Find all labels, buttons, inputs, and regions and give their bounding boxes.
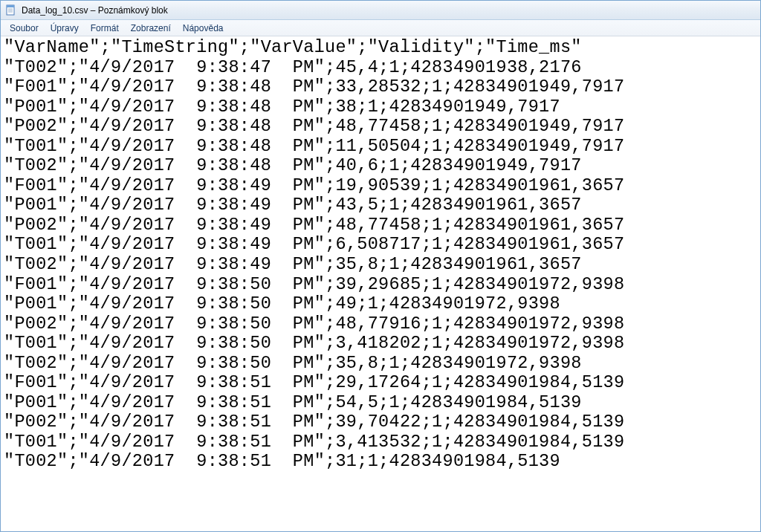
text-line: "T001";"4/9/2017 9:38:49 PM";6,508717;1;…	[4, 235, 757, 255]
menu-upravy[interactable]: Úpravy	[45, 22, 85, 35]
text-line: "T002";"4/9/2017 9:38:48 PM";40,6;1;4283…	[4, 156, 757, 176]
text-line: "F001";"4/9/2017 9:38:48 PM";33,28532;1;…	[4, 77, 757, 97]
text-line: "T002";"4/9/2017 9:38:49 PM";35,8;1;4283…	[4, 255, 757, 275]
notepad-icon	[5, 4, 17, 16]
text-line: "P002";"4/9/2017 9:38:48 PM";48,77458;1;…	[4, 117, 757, 137]
text-line: "T002";"4/9/2017 9:38:50 PM";35,8;1;4283…	[4, 354, 757, 374]
titlebar[interactable]: Data_log_10.csv – Poznámkový blok	[1, 1, 760, 20]
svg-rect-1	[7, 5, 14, 7]
text-line: "T001";"4/9/2017 9:38:48 PM";11,50504;1;…	[4, 137, 757, 157]
text-line: "P001";"4/9/2017 9:38:51 PM";54,5;1;4283…	[4, 393, 757, 413]
text-line: "F001";"4/9/2017 9:38:49 PM";19,90539;1;…	[4, 176, 757, 196]
text-line: "P001";"4/9/2017 9:38:49 PM";43,5;1;4283…	[4, 195, 757, 215]
text-line: "T001";"4/9/2017 9:38:51 PM";3,413532;1;…	[4, 432, 757, 452]
menubar: Soubor Úpravy Formát Zobrazení Nápověda	[1, 20, 760, 36]
text-line: "P002";"4/9/2017 9:38:51 PM";39,70422;1;…	[4, 412, 757, 432]
app-window: Data_log_10.csv – Poznámkový blok Soubor…	[0, 0, 761, 532]
window-title: Data_log_10.csv – Poznámkový blok	[22, 5, 168, 16]
menu-napoveda[interactable]: Nápověda	[177, 22, 230, 35]
text-line: "P002";"4/9/2017 9:38:49 PM";48,77458;1;…	[4, 215, 757, 236]
text-line: "T002";"4/9/2017 9:38:47 PM";45,4;1;4283…	[4, 58, 757, 78]
text-area[interactable]: "VarName";"TimeString";"VarValue";"Valid…	[1, 36, 760, 531]
menu-format[interactable]: Formát	[85, 22, 125, 35]
text-line: "VarName";"TimeString";"VarValue";"Valid…	[4, 38, 757, 58]
text-line: "P001";"4/9/2017 9:38:50 PM";49;1;428349…	[4, 294, 757, 314]
text-line: "P002";"4/9/2017 9:38:50 PM";48,77916;1;…	[4, 314, 757, 334]
text-line: "F001";"4/9/2017 9:38:51 PM";29,17264;1;…	[4, 373, 757, 393]
text-line: "T002";"4/9/2017 9:38:51 PM";31;1;428349…	[4, 452, 757, 472]
text-line: "T001";"4/9/2017 9:38:50 PM";3,418202;1;…	[4, 334, 757, 354]
menu-soubor[interactable]: Soubor	[4, 22, 45, 35]
text-line: "F001";"4/9/2017 9:38:50 PM";39,29685;1;…	[4, 275, 757, 295]
menu-zobrazeni[interactable]: Zobrazení	[125, 22, 177, 35]
text-line: "P001";"4/9/2017 9:38:48 PM";38;1;428349…	[4, 97, 757, 117]
